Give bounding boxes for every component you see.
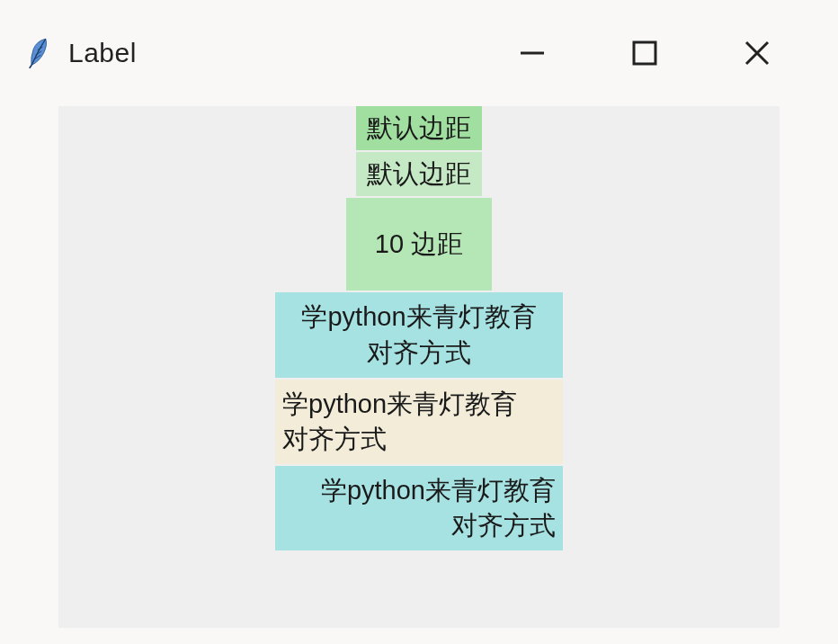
titlebar: Label — [0, 0, 838, 106]
window-title: Label — [68, 38, 137, 68]
label-default-padding-2: 默认边距 — [356, 152, 482, 196]
label-default-padding-1: 默认边距 — [356, 106, 482, 150]
label-justify-left: 学python来青灯教育 对齐方式 — [275, 380, 563, 464]
maximize-button[interactable] — [627, 35, 663, 71]
window: Label 默认边距 默认边距 10 边距 — [0, 0, 838, 644]
minimize-button[interactable] — [514, 35, 550, 71]
close-button[interactable] — [739, 35, 775, 71]
tk-feather-icon — [27, 37, 52, 69]
label-justify-center: 学python来青灯教育 对齐方式 — [275, 292, 563, 377]
label-justify-right: 学python来青灯教育 对齐方式 — [275, 466, 563, 550]
client-area: 默认边距 默认边距 10 边距 学python来青灯教育 对齐方式 学pytho… — [58, 106, 780, 628]
window-controls — [514, 35, 811, 71]
label-padding-10: 10 边距 — [346, 198, 492, 291]
svg-rect-1 — [634, 42, 655, 64]
titlebar-left: Label — [27, 37, 137, 69]
